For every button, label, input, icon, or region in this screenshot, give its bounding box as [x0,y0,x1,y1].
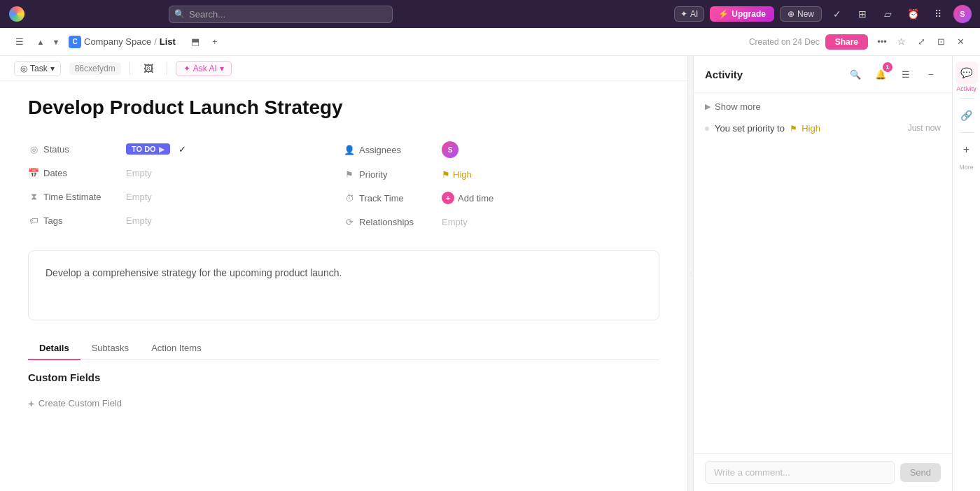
search-input[interactable] [169,6,393,23]
document-nav-icon[interactable]: ⊞ [853,4,872,24]
upgrade-icon: ⚡ [718,9,729,19]
activity-item-text: You set priority to ⚑ High [715,123,902,134]
search-icon: 🔍 [174,9,185,19]
user-avatar[interactable]: S [953,5,972,23]
activity-panel: Activity 🔍 🔔 1 ☰ − ▶ Show more You set p… [693,56,952,491]
status-badge[interactable]: TO DO ▶ [126,143,170,155]
star-icon[interactable]: ☆ [893,34,910,50]
maximize-icon[interactable]: ⊡ [932,34,949,50]
apps-grid-icon[interactable]: ⠿ [928,4,948,24]
description-box[interactable]: Develop a comprehensive strategy for the… [28,250,659,320]
ask-ai-chevron: ▾ [220,64,224,73]
right-sidebar-link-icon[interactable]: 🔗 [955,104,978,127]
content-wrapper: ◎ Task ▾ 86cxefydm 🖼 ✦ Ask AI ▾ Develop … [0,56,687,491]
upgrade-label: Upgrade [732,9,766,19]
relationships-label-text: Relationships [359,217,414,227]
share-button[interactable]: Share [825,34,868,50]
search-bar-container: 🔍 [169,6,393,23]
priority-flag-icon: ⚑ [442,169,450,180]
track-time-field-row: ⏱ Track Time + Add time [344,186,659,210]
show-more-button[interactable]: ▶ Show more [705,101,941,112]
space-icon: C [69,36,81,48]
activity-priority-label: High [802,123,820,134]
comment-input[interactable] [705,461,895,484]
right-fields-column: 👤 Assignees S ⚑ Priority [344,137,659,234]
checkmark-nav-icon[interactable]: ✓ [827,4,847,24]
tab-details[interactable]: Details [28,337,80,360]
more-options-icon[interactable]: ••• [874,34,890,50]
breadcrumb-current-page[interactable]: List [160,36,176,47]
breadcrumb-space-name[interactable]: Company Space [84,36,151,47]
status-arrow-icon: ▶ [159,145,164,153]
right-sidebar-plus-icon[interactable]: + [955,138,978,161]
right-sidebar: 💬 Activity 🔗 + More [952,56,980,491]
image-icon-button[interactable]: 🖼 [139,59,158,78]
right-sidebar-more-label: More [959,164,974,171]
show-more-label: Show more [715,101,761,112]
toolbar-separator-2 [167,62,167,75]
comment-box-area: Send [694,453,952,491]
navigation-arrows: ▲ ▼ [34,35,63,49]
activity-search-icon[interactable]: 🔍 [846,64,865,84]
assignee-avatar[interactable]: S [442,141,458,158]
activity-priority-flag-icon: ⚑ [790,124,797,134]
task-type-label: Task [30,64,48,73]
left-fields-column: ◎ Status TO DO ▶ ✓ [28,137,344,234]
status-check-button[interactable]: ✓ [177,143,188,155]
tags-value[interactable]: Empty [126,215,152,226]
time-estimate-field-label: ⧗ Time Estimate [28,191,126,202]
task-type-button[interactable]: ◎ Task ▾ [14,61,61,76]
flag-icon: ⚑ [344,169,355,180]
activity-notification-bell[interactable]: 🔔 1 [871,64,890,84]
add-icon-button[interactable]: + [206,34,223,50]
screen-nav-icon[interactable]: ▱ [878,4,897,24]
close-icon[interactable]: ✕ [952,34,969,50]
sidebar-toggle-button[interactable]: ☰ [11,34,28,50]
export-icon-button[interactable]: ⬒ [187,34,204,50]
top-navigation: 🔍 ✦ AI ⚡ Upgrade ⊕ New ✓ ⊞ ▱ ⏰ ⠿ S [0,0,980,28]
create-field-plus-icon: + [28,397,34,409]
priority-value[interactable]: ⚑ High [442,169,472,180]
ask-ai-button[interactable]: ✦ Ask AI ▾ [176,61,232,76]
show-more-chevron-icon: ▶ [705,102,710,111]
send-comment-button[interactable]: Send [900,463,941,482]
add-time-button[interactable]: + Add time [442,192,493,204]
right-sidebar-activity-icon[interactable]: 💬 [955,62,978,84]
relationships-field-label: ⟳ Relationships [344,217,442,227]
tab-subtasks[interactable]: Subtasks [80,337,140,360]
activity-title: Activity [705,69,840,80]
upgrade-button[interactable]: ⚡ Upgrade [710,6,774,22]
time-estimate-label-text: Time Estimate [43,192,102,202]
breadcrumb-right-area: Created on 24 Dec Share ••• ☆ ⤢ ⊡ ✕ [749,34,969,50]
tab-action-items[interactable]: Action Items [140,337,213,360]
panel-resize-handle[interactable]: ⋮ [687,56,693,491]
ai-button[interactable]: ✦ AI [674,6,704,22]
breadcrumb-separator: / [154,36,157,47]
nav-down-arrow[interactable]: ▼ [49,35,63,49]
relationships-value[interactable]: Empty [442,217,468,227]
description-text: Develop a comprehensive strategy for the… [46,267,342,278]
time-estimate-value[interactable]: Empty [126,192,152,202]
activity-collapse-icon[interactable]: − [921,64,941,84]
dates-label-text: Dates [43,168,67,178]
activity-header: Activity 🔍 🔔 1 ☰ − [694,56,952,93]
custom-fields-title: Custom Fields [28,371,659,383]
ask-ai-label: Ask AI [193,64,217,73]
priority-field-row: ⚑ Priority ⚑ High [344,162,659,186]
new-button[interactable]: ⊕ New [780,6,822,22]
right-sidebar-divider-1 [960,98,974,99]
create-field-label: Create Custom Field [38,398,122,408]
timer-nav-icon[interactable]: ⏰ [903,4,923,24]
ai-sparkle-icon: ✦ [680,9,687,19]
create-custom-field-button[interactable]: + Create Custom Field [28,392,659,415]
notification-count: 1 [883,62,892,72]
tags-label-text: Tags [43,215,62,226]
track-time-field-label: ⏱ Track Time [344,193,442,204]
dates-value[interactable]: Empty [126,168,152,178]
nav-up-arrow[interactable]: ▲ [34,35,48,49]
activity-filter-icon[interactable]: ☰ [896,64,916,84]
priority-value-text: High [453,169,472,180]
track-time-label-text: Track Time [359,193,404,204]
add-time-plus-icon: + [442,192,454,204]
expand-icon[interactable]: ⤢ [913,34,930,50]
